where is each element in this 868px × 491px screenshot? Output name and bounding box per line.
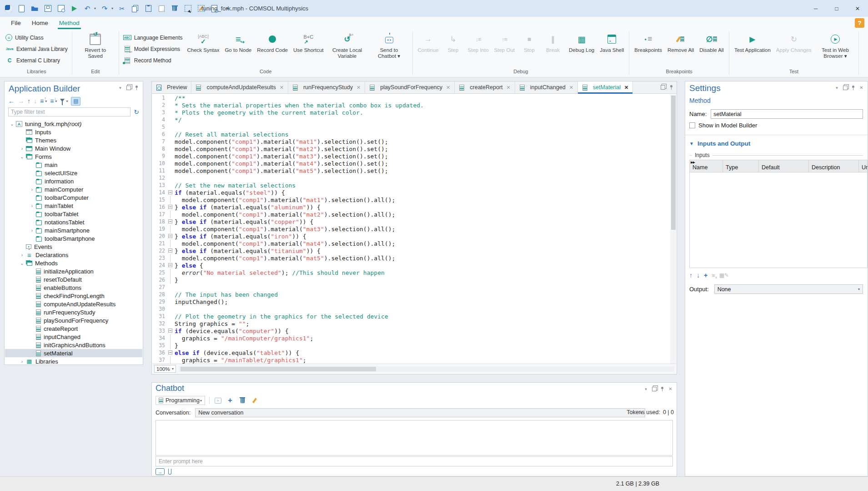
tree-item-maincomputer[interactable]: ›mainComputer (5, 185, 142, 193)
close-tab-icon[interactable]: ✕ (507, 85, 511, 91)
help-button[interactable]: ? (855, 18, 864, 28)
external-java-library-button[interactable]: External Java Library (5, 44, 68, 54)
panel-menu-icon[interactable] (117, 84, 124, 91)
tree-item-toolbarcomputer[interactable]: toolbarComputer (5, 193, 142, 202)
expander-icon[interactable]: › (19, 146, 25, 151)
show-in-model-builder-checkbox[interactable] (689, 122, 695, 128)
panel-pin-icon[interactable] (133, 84, 140, 91)
collapse-icon[interactable]: − (168, 263, 172, 267)
ribbon-tab-method[interactable]: Method (54, 17, 85, 29)
fold-marker[interactable]: − (168, 262, 175, 269)
tree-item-events[interactable]: Events (5, 243, 142, 251)
move-down-icon[interactable]: ↓ (697, 272, 700, 279)
go-to-node-button[interactable]: Go to Node (222, 31, 254, 53)
tree-item-toolbarsmartphone[interactable]: toolbarSmartphone (5, 234, 142, 243)
panel-close-icon[interactable] (667, 385, 674, 392)
close-tab-icon[interactable]: ✕ (446, 85, 450, 91)
editor-tab-computeandupdateresults[interactable]: computeAndUpdateResults✕ (191, 81, 288, 93)
back-icon[interactable]: ← (8, 97, 15, 105)
close-tab-icon[interactable]: ✕ (624, 85, 628, 91)
tree-item-createreport[interactable]: createReport (5, 324, 142, 333)
tree-item-selectuisize[interactable]: selectUISize (5, 169, 142, 177)
attach-file-icon[interactable] (168, 469, 171, 475)
vertical-scrollbar[interactable] (670, 94, 676, 364)
tree-item-mainsmartphone[interactable]: ›mainSmartphone (5, 226, 142, 234)
tree-item-checkfindpronglength[interactable]: checkFindProngLength (5, 292, 142, 300)
record-code-button[interactable]: Record Code (254, 31, 291, 53)
panel-pin-icon[interactable] (659, 385, 666, 392)
collapse-icon[interactable]: − (168, 219, 172, 223)
expander-icon[interactable]: › (29, 203, 35, 208)
tree-item-main-window[interactable]: ›Main Window (5, 144, 142, 152)
panel-close-icon[interactable] (858, 84, 865, 91)
editor-zoom-control[interactable]: 100%▾ (154, 365, 176, 373)
add-input-icon[interactable]: + (704, 272, 707, 279)
delete-input-icon[interactable]: ≡ (712, 272, 715, 279)
expander-icon[interactable]: › (19, 359, 25, 364)
chatbot-mode-dropdown[interactable]: Programming ▾ (156, 396, 205, 405)
edit-table-icon[interactable]: ▦✎ (719, 272, 729, 278)
tree-item-initializeapplication[interactable]: initializeApplication (5, 267, 142, 275)
expander-icon[interactable]: › (29, 228, 35, 233)
tree-item-notationstablet[interactable]: notationsTablet (5, 218, 142, 226)
chatbot-prompt-input[interactable] (156, 456, 673, 466)
delete-conversation-icon[interactable] (238, 396, 246, 405)
fold-marker[interactable]: − (168, 203, 175, 211)
open-in-window-icon[interactable] (214, 396, 222, 405)
collapse-icon[interactable]: − (168, 248, 172, 253)
editor-tab-createreport[interactable]: createReport✕ (455, 81, 515, 93)
panel-float-icon[interactable] (125, 84, 132, 91)
split-editor-icon[interactable] (659, 84, 666, 91)
expander-icon[interactable]: ⌄ (9, 121, 15, 127)
collapse-all-icon[interactable]: ≡↑ (40, 97, 44, 105)
tree-item-enablebuttons[interactable]: enableButtons (5, 283, 142, 292)
maximize-button[interactable]: □ (826, 0, 847, 17)
tree-filter-input[interactable] (8, 107, 130, 116)
create-local-variable-button[interactable]: Create Local Variable (326, 31, 368, 59)
column-header-un[interactable]: Un (859, 160, 868, 172)
tree-item-themes[interactable]: Themes (5, 136, 142, 144)
remove-all-button[interactable]: Remove All (665, 31, 697, 53)
fold-marker[interactable]: − (168, 327, 175, 334)
save-icon[interactable] (43, 4, 52, 14)
utility-class-button[interactable]: Utility Class (5, 33, 68, 42)
conversation-dropdown[interactable]: New conversation ▾ (195, 408, 645, 417)
duplicate-icon[interactable] (157, 4, 166, 14)
cut-icon[interactable] (117, 4, 126, 14)
disable-all-button[interactable]: Disable All (697, 31, 727, 53)
external-c-library-button[interactable]: External C Library (5, 56, 68, 65)
record-method-button[interactable]: Record Method (123, 56, 183, 65)
collapse-icon[interactable]: − (168, 190, 172, 194)
editor-tab-preview[interactable]: Preview (152, 81, 191, 93)
move-down-icon[interactable]: ↓ (34, 97, 37, 105)
expander-icon[interactable]: ⌄ (19, 154, 25, 159)
filter-icon[interactable] (60, 99, 65, 102)
test-application-button[interactable]: Test Application (732, 31, 773, 53)
code-editor[interactable]: 1/**2* Sets the material properties when… (152, 94, 670, 364)
new-conversation-icon[interactable] (226, 396, 234, 405)
open-file-icon[interactable] (30, 4, 39, 14)
panel-menu-icon[interactable] (833, 84, 840, 91)
tree-item-main[interactable]: main (5, 161, 142, 169)
clear-conversation-icon[interactable] (251, 396, 259, 405)
maximize-editor-icon[interactable] (668, 84, 675, 91)
fold-marker[interactable]: − (168, 218, 175, 225)
close-tab-icon[interactable]: ✕ (356, 85, 361, 91)
test-in-web-browser-button[interactable]: Test in Web Browser ▾ (814, 31, 856, 59)
tree-item-inputchanged[interactable]: inputChanged (5, 333, 142, 341)
move-up-icon[interactable]: ↑ (689, 272, 692, 279)
tree-item-inputs[interactable]: Inputs (5, 128, 142, 136)
tree-item-information[interactable]: information (5, 177, 142, 185)
tree-item-resettodefault[interactable]: resetToDefault (5, 275, 142, 283)
java-shell-button[interactable]: Java Shell (597, 31, 627, 53)
send-to-chatbot-button[interactable]: Send to Chatbot ▾ (368, 31, 410, 59)
scrollbar-thumb[interactable] (181, 367, 376, 371)
tree-item-declarations[interactable]: ›Declarations (5, 251, 142, 259)
column-header-description[interactable]: Description (809, 160, 859, 172)
minimize-button[interactable]: ─ (805, 0, 826, 17)
select-region-icon[interactable] (183, 4, 192, 14)
check-syntax-button[interactable]: Check Syntax (184, 31, 222, 53)
refresh-icon[interactable]: ↻ (134, 108, 139, 116)
output-dropdown[interactable]: None ▾ (714, 284, 863, 294)
revert-to-saved-button[interactable]: Revert to Saved (75, 31, 116, 59)
